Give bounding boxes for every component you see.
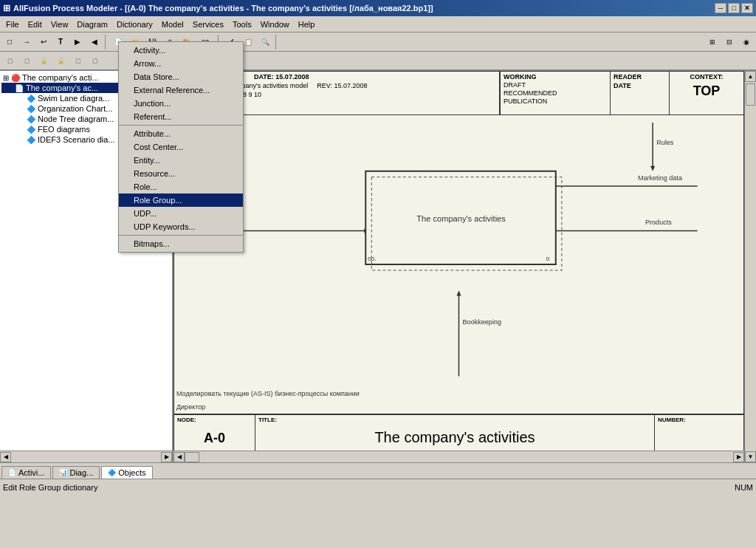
scroll-thumb[interactable] [746, 83, 755, 106]
tree-item-root-label: The company's acti... [22, 73, 99, 82]
menu-services[interactable]: Services [188, 16, 228, 32]
tree-item1-icon: 📄 [15, 84, 24, 92]
tb-extra2[interactable]: ⊟ [721, 34, 738, 50]
status-publication: PUBLICATION [504, 97, 607, 105]
tb-search[interactable]: 🔍 [257, 34, 273, 50]
dd-data-store[interactable]: Data Store... [119, 70, 243, 83]
dd-referent[interactable]: Referent... [119, 110, 243, 123]
dd-bitmaps[interactable]: Bitmaps... [119, 237, 243, 250]
title-bar: ⊞ AllFusion Process Modeler - [(A-0) The… [0, 0, 756, 16]
right-scrollbar[interactable]: ▲ ▼ [744, 71, 756, 462]
df-title-label: TITLE: [258, 417, 651, 423]
tree-item-6-label: IDEF3 Scenario dia... [38, 135, 115, 144]
tree-item-3-label: Organization Chart... [38, 104, 113, 113]
tab-bar: 📄 Activi... 📊 Diag... 🔷 Objects [0, 462, 756, 479]
tb2-5[interactable]: ◻ [69, 52, 86, 69]
svg-text:Rules: Rules [656, 139, 674, 146]
tb2-1[interactable]: ◻ [1, 52, 18, 69]
menu-window[interactable]: Window [256, 16, 294, 32]
scroll-down[interactable]: ▼ [745, 451, 756, 462]
tb2-3[interactable]: 🔒 [35, 52, 52, 69]
tb-text[interactable]: T [52, 34, 69, 50]
tb2-2[interactable]: ◻ [18, 52, 35, 69]
maximize-button[interactable]: □ [728, 3, 740, 13]
dh-context: CONTEXT: TOP [670, 72, 743, 114]
tree-expand-icon: ⊞ [3, 74, 9, 82]
left-scrollbar-h[interactable]: ◀ ▶ [0, 451, 172, 462]
menu-help[interactable]: Help [294, 16, 320, 32]
tab-objects-label: Objects [118, 468, 145, 477]
status-recommended: RECOMMENDED [504, 89, 607, 97]
left-scroll-left[interactable]: ◀ [0, 452, 11, 462]
tree-item2-icon: 🔷 [27, 95, 35, 103]
dd-role[interactable]: Role... [119, 180, 243, 193]
tb-back[interactable]: ◀ [86, 34, 103, 50]
tree-item-4-label: Node Tree diagram... [38, 114, 114, 123]
dd-resource[interactable]: Resource... [119, 167, 243, 180]
date3-label: DATE [614, 82, 666, 89]
menu-view[interactable]: View [47, 16, 73, 32]
scroll-up[interactable]: ▲ [745, 71, 756, 82]
dd-sep1 [119, 125, 243, 126]
dd-cost-center[interactable]: Cost Center... [119, 140, 243, 154]
svg-text:The company's activities: The company's activities [416, 214, 506, 223]
svg-text:0: 0 [546, 256, 550, 262]
svg-text:Marketing data: Marketing data [638, 174, 683, 182]
app-icon: ⊞ [3, 3, 10, 13]
rev-value: REV: 15.07.2008 [317, 82, 367, 89]
dd-udp-keywords[interactable]: UDP Keywords... [119, 220, 243, 233]
tb-extra3[interactable]: ◉ [738, 34, 755, 50]
menu-file[interactable]: File [1, 16, 24, 32]
menu-model[interactable]: Model [157, 16, 188, 32]
status-bar: Edit Role Group dictionary NUM [0, 479, 756, 495]
menu-diagram[interactable]: Diagram [72, 16, 112, 32]
tab-diag-icon: 📊 [59, 469, 67, 476]
toolbar-1: □ → ↩ T ▶ ◀ 📄 📂 💾 🖨 🎨 68 ✓ 📋 🔍 ⊞ ⊟ ◉ [0, 32, 756, 52]
dd-attribute[interactable]: Attribute... [119, 127, 243, 140]
dd-arrow[interactable]: Arrow... [119, 57, 243, 70]
date-label: DATE: 15.07.2008 [254, 73, 309, 81]
dd-udp[interactable]: UDP... [119, 207, 243, 220]
menu-dictionary[interactable]: Dictionary [112, 16, 157, 32]
bottom-scroll-right[interactable]: ▶ [733, 452, 744, 462]
context-label: CONTEXT: [690, 73, 724, 81]
dd-activity[interactable]: Activity... [119, 44, 243, 57]
dd-role-group[interactable]: Role Group... [119, 193, 243, 207]
svg-text:Bookkeeping: Bookkeeping [463, 318, 502, 326]
diagram-body: Rules Calls of clients Marketing data Pr… [173, 115, 744, 414]
svg-text:00.: 00. [368, 256, 376, 262]
menu-tools[interactable]: Tools [228, 16, 256, 32]
menu-bar: File Edit View Diagram Dictionary Model … [0, 16, 756, 32]
tb-extra1[interactable]: ⊞ [704, 34, 721, 50]
tab-objects[interactable]: 🔷 Objects [101, 466, 152, 479]
tab-activi[interactable]: 📄 Activi... [1, 466, 51, 479]
tree-item-root-icon: 🔴 [11, 74, 20, 82]
dd-junction[interactable]: Junction... [119, 97, 243, 110]
title-text: AllFusion Process Modeler - [(A-0) The c… [13, 4, 433, 13]
tb-play[interactable]: ▶ [69, 34, 86, 50]
dh-status: WORKING DRAFT RECOMMENDED PUBLICATION [500, 72, 611, 114]
tab-diag[interactable]: 📊 Diag... [52, 466, 100, 479]
tb2-6[interactable]: ◻ [86, 52, 103, 69]
tb-undo[interactable]: ↩ [35, 34, 52, 50]
close-button[interactable]: ✕ [741, 3, 753, 13]
left-scroll-right[interactable]: ▶ [161, 452, 172, 462]
tree-item-5-label: FEO diagrams [38, 125, 90, 134]
dd-entity[interactable]: Entity... [119, 154, 243, 167]
status-draft: DRAFT [504, 81, 607, 89]
tb-sep1 [105, 35, 108, 49]
tb-arrow[interactable]: → [18, 34, 35, 50]
dd-sep2 [119, 235, 243, 236]
main-layout: ⊞ 🔴 The company's acti... 📄 The company'… [0, 71, 756, 462]
tb-select[interactable]: □ [1, 34, 18, 50]
menu-edit[interactable]: Edit [24, 16, 47, 32]
dd-ext-ref[interactable]: External Reference... [119, 83, 243, 97]
tab-objects-icon: 🔷 [108, 469, 116, 476]
tree-item4-icon: 🔷 [27, 115, 35, 123]
minimize-button[interactable]: ─ [715, 3, 726, 13]
svg-rect-13 [365, 171, 556, 264]
bottom-scroll-thumb[interactable] [185, 452, 199, 462]
bottom-scroll-left[interactable]: ◀ [173, 452, 185, 462]
tb2-4[interactable]: 🔒 [52, 52, 69, 69]
bottom-scrollbar[interactable]: ◀ ▶ [173, 451, 744, 462]
